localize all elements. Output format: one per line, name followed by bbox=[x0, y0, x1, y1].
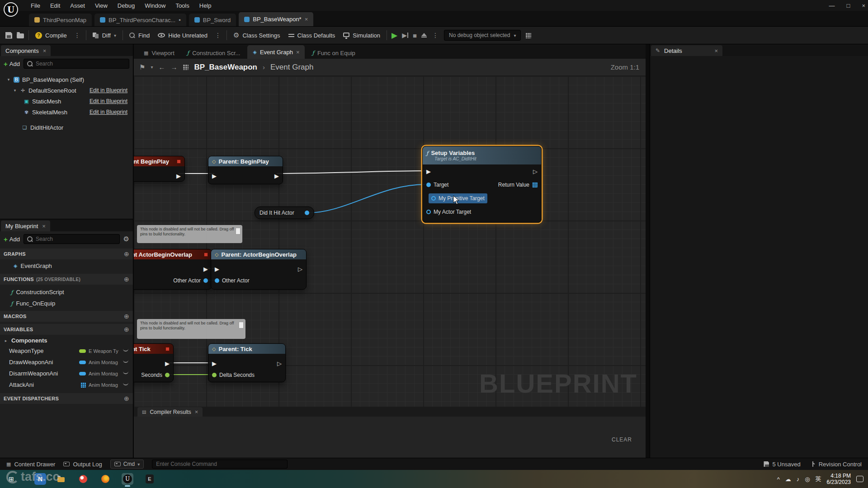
edit-in-blueprint-link[interactable]: Edit in Blueprint bbox=[90, 109, 127, 115]
exec-out-pin[interactable]: ▶ bbox=[165, 361, 170, 366]
add-graph-icon[interactable]: ⊕ bbox=[124, 250, 129, 258]
diff-button[interactable]: Diff ▾ bbox=[91, 30, 118, 41]
settings-gear-icon[interactable]: ⚙ bbox=[123, 235, 129, 243]
hide-unrelated-button[interactable]: Hide Unrelated bbox=[156, 30, 209, 41]
exec-in-pin[interactable]: ▶ bbox=[215, 266, 219, 272]
node-get-did-it-hit-actor[interactable]: Did It Hit Actor bbox=[255, 206, 314, 219]
output-pin[interactable] bbox=[305, 211, 309, 215]
maximize-icon[interactable]: □ bbox=[847, 2, 850, 9]
delta-seconds-in-pin[interactable] bbox=[212, 373, 217, 377]
find-button[interactable]: Find bbox=[127, 30, 151, 41]
add-dispatcher-icon[interactable]: ⊕ bbox=[124, 395, 129, 402]
variables-section-header[interactable]: VARIABLES ⊕ bbox=[0, 324, 133, 335]
event-graph-canvas[interactable]: Event BeginPlay ▶ ◇ Parent: BeginPlay ▶ … bbox=[134, 76, 646, 407]
edit-in-blueprint-link[interactable]: Edit in Blueprint bbox=[90, 87, 127, 94]
return-value-pin[interactable] bbox=[532, 182, 538, 188]
eye-closed-icon[interactable] bbox=[123, 371, 128, 374]
tab-bp-thirdpersoncharacter[interactable]: BP_ThirdPersonCharac... • bbox=[94, 14, 186, 26]
component-row-root[interactable]: ▾ B BP_BaseWeapon (Self) bbox=[0, 74, 133, 85]
exec-out-pin[interactable]: ▶ bbox=[274, 173, 279, 179]
menu-asset[interactable]: Asset bbox=[66, 1, 90, 10]
close-icon[interactable]: × bbox=[42, 223, 46, 230]
browser-app-icon[interactable] bbox=[99, 473, 111, 485]
play-options-icon[interactable]: ⋮ bbox=[431, 32, 439, 39]
menu-help[interactable]: Help bbox=[195, 1, 216, 10]
variable-row-attackani[interactable]: AttackAni Anim Montag bbox=[0, 380, 133, 390]
tab-construction-script[interactable]: ƒ Construction Scr... bbox=[182, 47, 246, 59]
variable-row-disarmweaponani[interactable]: DisarmWeaponAni Anim Montag bbox=[0, 368, 133, 379]
hide-unrelated-options-icon[interactable]: ⋮ bbox=[214, 32, 222, 39]
add-blueprint-item-button[interactable]: + Add bbox=[4, 235, 20, 243]
expand-arrow-icon[interactable]: ▾ bbox=[13, 88, 17, 93]
bookmark-icon[interactable]: ⚑ bbox=[139, 63, 145, 71]
tab-thirdpersonmap[interactable]: ThirdPersonMap bbox=[29, 14, 92, 26]
menu-file[interactable]: File bbox=[26, 1, 45, 10]
close-icon[interactable]: × bbox=[43, 47, 47, 54]
menu-view[interactable]: View bbox=[90, 1, 112, 10]
cmd-dropdown[interactable]: Cmd ▾ bbox=[110, 460, 144, 469]
variable-row-weapontype[interactable]: WeaponType E Weapon Ty bbox=[0, 346, 133, 356]
function-row-func-onequip[interactable]: ƒ Func_OnEquip bbox=[0, 298, 133, 309]
close-icon[interactable]: × bbox=[714, 47, 718, 54]
eject-button[interactable] bbox=[421, 33, 427, 38]
exec-out-pin[interactable]: ▷ bbox=[277, 361, 282, 366]
add-function-icon[interactable]: ⊕ bbox=[124, 276, 129, 283]
notification-center-icon[interactable] bbox=[856, 476, 863, 482]
tab-func-on-equip[interactable]: ƒ Func on Equip bbox=[307, 47, 360, 59]
exec-out-pin[interactable]: ▷ bbox=[298, 266, 302, 272]
component-row-scene-root[interactable]: ▾ ✛ DefaultSceneRoot Edit in Blueprint bbox=[0, 85, 133, 96]
add-variable-icon[interactable]: ⊕ bbox=[124, 326, 129, 333]
delta-seconds-out-pin[interactable] bbox=[165, 373, 170, 377]
eye-closed-icon[interactable] bbox=[123, 349, 128, 352]
network-icon[interactable]: ◎ bbox=[805, 476, 810, 483]
ime-indicator[interactable]: 英 bbox=[816, 475, 821, 483]
expand-arrow-icon[interactable]: ▸ bbox=[4, 338, 8, 343]
taskbar-clock[interactable]: 4:18 PM 6/23/2023 bbox=[827, 473, 851, 486]
tab-bp-baseweapon[interactable]: BP_BaseWeapon* × bbox=[239, 12, 313, 26]
component-row-did-it-hit-actor[interactable]: ❏ DidItHitActor bbox=[0, 122, 133, 133]
clear-button[interactable]: CLEAR bbox=[612, 436, 632, 443]
exec-out-pin[interactable]: ▶ bbox=[203, 266, 208, 272]
debug-object-dropdown[interactable]: No debug object selected ▾ bbox=[444, 30, 521, 41]
back-icon[interactable]: ← bbox=[158, 63, 165, 71]
tab-viewport[interactable]: ▦ Viewport bbox=[138, 47, 180, 59]
add-macro-icon[interactable]: ⊕ bbox=[124, 313, 129, 320]
close-icon[interactable]: × bbox=[195, 408, 198, 415]
minimize-icon[interactable]: — bbox=[829, 2, 835, 9]
node-parent-actorbeginoverlap[interactable]: ◇ Parent: ActorBeginOverlap ▶ ▷ Other Ac… bbox=[211, 249, 307, 290]
components-search[interactable] bbox=[24, 59, 129, 69]
compiler-results-tab[interactable]: ▤ Compiler Results × bbox=[137, 407, 203, 417]
cloud-icon[interactable]: ☁ bbox=[785, 476, 791, 483]
tab-event-graph[interactable]: ◈ Event Graph × bbox=[247, 45, 305, 59]
node-event-tick[interactable]: Event Tick ▶ Seconds bbox=[134, 343, 174, 382]
chevron-down-icon[interactable]: ▾ bbox=[151, 65, 153, 70]
exec-in-pin[interactable]: ▶ bbox=[212, 361, 217, 366]
eye-closed-icon[interactable] bbox=[123, 383, 128, 385]
my-actor-target-pin[interactable] bbox=[426, 210, 431, 214]
forward-icon[interactable]: → bbox=[170, 63, 177, 71]
target-pin[interactable] bbox=[426, 183, 431, 187]
simulation-button[interactable]: Simulation bbox=[341, 30, 382, 41]
unreal-logo-icon[interactable]: U bbox=[4, 2, 18, 17]
revision-control-button[interactable]: Revision Control bbox=[811, 461, 862, 468]
details-tab[interactable]: ✎ Details × bbox=[651, 45, 722, 56]
breadcrumb-root[interactable]: BP_BaseWeapon bbox=[194, 63, 257, 72]
epic-games-app-icon[interactable]: E bbox=[144, 473, 156, 485]
macros-section-header[interactable]: MACROS ⊕ bbox=[0, 311, 133, 322]
exec-in-pin[interactable]: ▶ bbox=[426, 169, 431, 174]
save-icon[interactable] bbox=[5, 32, 12, 39]
node-event-actorbeginoverlap[interactable]: Event ActorBeginOverlap ▶ Other Actor bbox=[134, 249, 212, 290]
unsaved-button[interactable]: 5 Unsaved bbox=[764, 461, 800, 468]
expand-arrow-icon[interactable]: ▾ bbox=[6, 77, 11, 82]
tab-bp-sword[interactable]: BP_Sword bbox=[189, 14, 236, 26]
node-parent-beginplay[interactable]: ◇ Parent: BeginPlay ▶ ▶ bbox=[208, 156, 283, 184]
class-defaults-button[interactable]: Class Defaults bbox=[287, 30, 337, 41]
unreal-engine-app-icon[interactable]: U bbox=[122, 473, 133, 485]
menu-window[interactable]: Window bbox=[140, 1, 170, 10]
event-dispatchers-section-header[interactable]: EVENT DISPATCHERS ⊕ bbox=[0, 393, 133, 404]
compile-button[interactable]: ? Compile bbox=[33, 30, 69, 41]
output-log-button[interactable]: Output Log bbox=[63, 461, 102, 468]
my-blueprint-search-input[interactable] bbox=[36, 236, 116, 242]
close-icon[interactable]: × bbox=[305, 16, 308, 23]
close-icon[interactable]: × bbox=[296, 49, 300, 56]
